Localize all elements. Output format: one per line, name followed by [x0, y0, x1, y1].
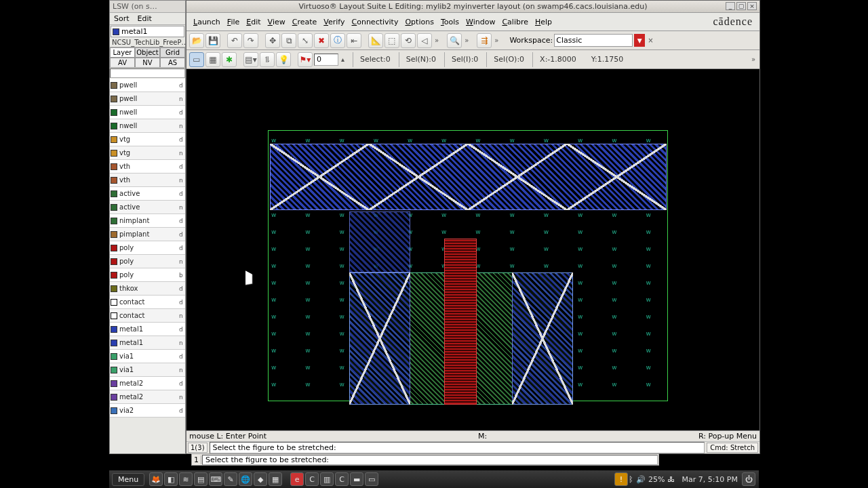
tray-network-icon[interactable]: 🖧 — [667, 475, 675, 484]
taskbar-app-6[interactable]: ✎ — [224, 472, 237, 486]
workspace-select[interactable]: Classic — [554, 34, 633, 47]
layer-row-vth[interactable]: vthd — [110, 160, 185, 174]
tray-bluetooth-icon[interactable]: ᛒ — [629, 475, 633, 484]
ciw-message[interactable]: Select the figure to be stretched: — [202, 455, 658, 465]
filter-as[interactable]: AS — [160, 58, 185, 68]
layer-row-contact[interactable]: contactd — [110, 296, 185, 309]
layout-canvas[interactable]: w w w w w w w w w w w w w w w w w w w w … — [186, 69, 760, 430]
layer-row-pwell[interactable]: pwelln — [110, 92, 185, 106]
menu-options[interactable]: Options — [402, 17, 436, 27]
mirror-icon[interactable]: ◁ — [417, 33, 432, 48]
layer-row-metal1[interactable]: metal1n — [110, 336, 185, 350]
tab-object[interactable]: Object — [135, 47, 160, 58]
taskbar-win-6[interactable]: ▭ — [365, 472, 378, 486]
lightbulb-icon[interactable]: 💡 — [276, 52, 291, 67]
taskbar-app-9[interactable]: ▦ — [269, 472, 282, 486]
lsw-menu-edit[interactable]: Edit — [138, 14, 152, 23]
menu-calibre[interactable]: Calibre — [499, 17, 531, 27]
layer-row-nwell[interactable]: nwelln — [110, 119, 185, 133]
metal-contact-top[interactable] — [349, 211, 410, 272]
taskbar-win-2[interactable]: C — [305, 472, 319, 486]
layer-row-metal2[interactable]: metal2n — [110, 390, 185, 404]
hierarchy-icon[interactable]: ⇶ — [477, 33, 492, 48]
maximize-button[interactable]: ▢ — [736, 2, 746, 10]
layer-row-poly[interactable]: polyd — [110, 241, 185, 255]
menu-tools[interactable]: Tools — [438, 17, 462, 27]
taskbar-app-1[interactable]: 🦊 — [149, 472, 163, 486]
lsw-current-layer[interactable]: metal1 — [111, 26, 184, 37]
lsw-search-input[interactable] — [110, 68, 185, 78]
minimize-button[interactable]: _ — [726, 2, 735, 10]
hier-overflow-icon[interactable]: » — [493, 37, 500, 44]
rotate-icon[interactable]: ⟲ — [401, 33, 416, 48]
snap-icon[interactable]: ✱ — [222, 52, 237, 67]
menu-launch[interactable]: Launch — [191, 17, 223, 27]
layer-row-vtg[interactable]: vtgd — [110, 133, 185, 146]
layer-row-pwell[interactable]: pwelld — [110, 79, 185, 92]
menu-window[interactable]: Window — [463, 17, 498, 27]
layer-row-contact[interactable]: contactn — [110, 309, 185, 323]
partial-select-icon[interactable]: ▦ — [205, 52, 220, 67]
taskbar-win-4[interactable]: C — [335, 472, 349, 486]
move-icon[interactable]: ✥ — [265, 33, 280, 48]
taskbar-app-4[interactable]: ▤ — [194, 472, 208, 486]
tab-layer[interactable]: Layer — [110, 47, 135, 58]
start-menu-button[interactable]: Menu — [112, 473, 144, 486]
tap-icon[interactable]: ⬚ — [384, 33, 399, 48]
taskbar-win-3[interactable]: ▥ — [320, 472, 334, 486]
filter-nv[interactable]: NV — [135, 58, 160, 68]
toolbar-close-icon[interactable]: × — [646, 37, 654, 44]
drc-icon[interactable]: ⚑▾ — [298, 52, 313, 67]
delete-icon[interactable]: ✖ — [314, 33, 329, 48]
layer-row-vtg[interactable]: vtgn — [110, 146, 185, 160]
dim-icon[interactable]: ⥮ — [260, 52, 275, 67]
layer-row-nimplant[interactable]: nimplantd — [110, 214, 185, 228]
tray-update-icon[interactable]: ! — [614, 472, 628, 486]
zoom-icon[interactable]: 🔍 — [447, 33, 462, 48]
layer-row-via1[interactable]: via1n — [110, 363, 185, 377]
ruler-icon[interactable]: 📐 — [368, 33, 383, 48]
menu-file[interactable]: File — [224, 17, 242, 27]
menu-view[interactable]: View — [265, 17, 288, 27]
poly-gate[interactable] — [444, 239, 477, 405]
layer-row-via1[interactable]: via1d — [110, 350, 185, 363]
info-icon[interactable]: ⓘ — [330, 33, 345, 48]
drc-count-input[interactable] — [314, 54, 338, 66]
layer-row-poly[interactable]: polyb — [110, 268, 185, 282]
workspace-dropdown-icon[interactable]: ▼ — [634, 34, 645, 47]
menu-help[interactable]: Help — [532, 17, 555, 27]
tray-user-icon[interactable]: ⏻ — [742, 472, 755, 486]
layer-row-poly[interactable]: polyn — [110, 255, 185, 268]
toolbar-overflow-icon[interactable]: » — [433, 37, 440, 44]
taskbar-app-3[interactable]: ≋ — [179, 472, 193, 486]
spin-up-icon[interactable]: ▴ — [340, 56, 346, 63]
zoom-overflow-icon[interactable]: » — [463, 37, 470, 44]
prompt-text[interactable]: Select the figure to be stretched: — [210, 442, 705, 453]
layer-row-via2[interactable]: via2d — [110, 404, 185, 418]
layer-row-pimplant[interactable]: pimplantd — [110, 228, 185, 241]
menu-connectivity[interactable]: Connectivity — [349, 17, 401, 27]
undo-icon[interactable]: ↶ — [227, 33, 242, 48]
stretch-icon[interactable]: ⤡ — [298, 33, 313, 48]
taskbar-win-1[interactable]: e — [290, 472, 304, 486]
layer-row-metal1[interactable]: metal1d — [110, 323, 185, 336]
layer-row-nwell[interactable]: nwelld — [110, 106, 185, 119]
align-icon[interactable]: ⇤ — [347, 33, 361, 48]
display-options-icon[interactable]: ▤▾ — [243, 52, 258, 67]
tab-grid[interactable]: Grid — [160, 47, 185, 58]
select-mode-icon[interactable]: ▭ — [189, 52, 204, 67]
taskbar-win-5[interactable]: ▬ — [350, 472, 363, 486]
menu-verify[interactable]: Verify — [321, 17, 347, 27]
menu-edit[interactable]: Edit — [243, 17, 263, 27]
layer-row-vth[interactable]: vthn — [110, 174, 185, 187]
layer-row-metal2[interactable]: metal2d — [110, 377, 185, 390]
layer-row-active[interactable]: actived — [110, 187, 185, 201]
filter-av[interactable]: AV — [110, 58, 135, 68]
layer-row-thkox[interactable]: thkoxd — [110, 282, 185, 296]
tray-volume-icon[interactable]: 🔊 — [636, 475, 646, 484]
close-button[interactable]: × — [747, 2, 757, 10]
copy-icon[interactable]: ⧉ — [281, 33, 296, 48]
taskbar-app-5[interactable]: ⌨ — [209, 472, 222, 486]
menu-create[interactable]: Create — [290, 17, 320, 27]
lsw-menu-sort[interactable]: Sort — [114, 14, 130, 23]
